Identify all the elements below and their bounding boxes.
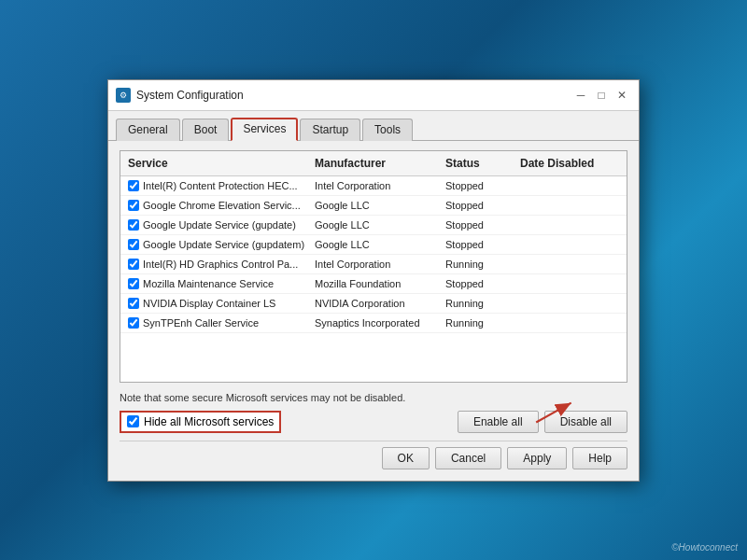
table-row[interactable]: SynTPEnh Caller ServiceSynaptics Incorpo…: [120, 314, 627, 333]
service-checkbox[interactable]: [128, 317, 139, 329]
service-name: Intel(R) Content Protection HEC...: [143, 180, 298, 191]
service-cell: Intel(R) HD Graphics Control Pa...: [124, 257, 311, 272]
date-disabled-cell: [516, 223, 623, 227]
table-header: Service Manufacturer Status Date Disable…: [120, 151, 627, 176]
col-date-disabled: Date Disabled: [516, 155, 623, 172]
bottom-row: OK Cancel Apply Help: [120, 441, 627, 471]
hide-microsoft-services-checkbox[interactable]: [127, 415, 139, 427]
table-row[interactable]: Intel(R) HD Graphics Control Pa...Intel …: [120, 255, 627, 274]
table-row[interactable]: Google Update Service (gupdate)Google LL…: [120, 216, 627, 235]
service-cell: Mozilla Maintenance Service: [124, 276, 311, 291]
title-bar-left: ⚙ System Configuration: [116, 88, 244, 103]
manufacturer-cell: Google LLC: [311, 217, 442, 232]
service-name: NVIDIA Display Container LS: [143, 298, 275, 309]
status-cell: Running: [442, 257, 516, 272]
tab-general[interactable]: General: [116, 119, 180, 141]
table-row[interactable]: Intel(R) Content Protection HEC...Intel …: [120, 176, 627, 196]
apply-button[interactable]: Apply: [507, 447, 567, 469]
table-row[interactable]: Google Chrome Elevation Servic...Google …: [120, 196, 627, 216]
service-checkbox[interactable]: [128, 200, 139, 211]
tab-services[interactable]: Services: [231, 118, 298, 141]
disable-all-button[interactable]: Disable all: [544, 411, 627, 433]
watermark: ©Howtoconnect: [671, 542, 738, 553]
date-disabled-cell: [516, 184, 623, 188]
status-cell: Stopped: [442, 237, 516, 252]
status-cell: Running: [442, 296, 516, 311]
service-cell: Google Update Service (gupdate): [124, 217, 311, 232]
manufacturer-cell: Intel Corporation: [311, 178, 442, 193]
service-name: SynTPEnh Caller Service: [143, 317, 259, 329]
tab-startup[interactable]: Startup: [300, 119, 360, 141]
hide-microsoft-services-text: Hide all Microsoft services: [144, 415, 274, 428]
col-service: Service: [124, 155, 311, 172]
table-body: Intel(R) Content Protection HEC...Intel …: [120, 176, 627, 382]
service-checkbox[interactable]: [128, 278, 139, 289]
service-checkbox[interactable]: [128, 219, 139, 231]
manufacturer-cell: Synaptics Incorporated: [311, 315, 442, 330]
service-name: Google Chrome Elevation Servic...: [143, 200, 301, 211]
service-cell: Google Chrome Elevation Servic...: [124, 198, 311, 213]
date-disabled-cell: [516, 321, 623, 325]
ok-button[interactable]: OK: [382, 447, 430, 469]
table-row[interactable]: NVIDIA Display Container LSNVIDIA Corpor…: [120, 294, 627, 314]
system-configuration-window: ⚙ System Configuration ─ □ ✕ General Boo…: [107, 79, 640, 482]
col-status: Status: [442, 155, 516, 172]
tab-boot[interactable]: Boot: [182, 119, 230, 141]
minimize-button[interactable]: ─: [571, 86, 590, 105]
service-cell: NVIDIA Display Container LS: [124, 296, 311, 311]
title-controls: ─ □ ✕: [571, 86, 631, 105]
status-cell: Stopped: [442, 178, 516, 193]
date-disabled-cell: [516, 203, 623, 207]
note-text: Note that some secure Microsoft services…: [120, 390, 627, 405]
action-buttons: Enable all Disable all: [458, 411, 627, 433]
service-cell: Google Update Service (gupdatem): [124, 237, 311, 252]
table-row[interactable]: Mozilla Maintenance ServiceMozilla Found…: [120, 274, 627, 294]
help-button[interactable]: Help: [572, 447, 627, 469]
title-bar: ⚙ System Configuration ─ □ ✕: [108, 80, 639, 111]
window-title: System Configuration: [136, 89, 244, 102]
service-checkbox[interactable]: [128, 259, 139, 270]
hide-microsoft-services-label[interactable]: Hide all Microsoft services: [120, 411, 281, 433]
window-icon: ⚙: [116, 88, 131, 103]
status-cell: Stopped: [442, 276, 516, 291]
status-cell: Stopped: [442, 198, 516, 213]
status-cell: Stopped: [442, 217, 516, 232]
service-name: Mozilla Maintenance Service: [143, 278, 274, 289]
service-checkbox[interactable]: [128, 239, 139, 250]
cancel-button[interactable]: Cancel: [435, 447, 501, 469]
tabs-bar: General Boot Services Startup Tools: [108, 111, 639, 141]
service-checkbox[interactable]: [128, 180, 139, 191]
tab-tools[interactable]: Tools: [362, 119, 413, 141]
services-table: Service Manufacturer Status Date Disable…: [120, 150, 627, 383]
status-cell: Running: [442, 315, 516, 330]
service-name: Google Update Service (gupdate): [143, 219, 296, 231]
date-disabled-cell: [516, 282, 623, 286]
date-disabled-cell: [516, 262, 623, 266]
service-name: Intel(R) HD Graphics Control Pa...: [143, 259, 298, 270]
enable-all-button[interactable]: Enable all: [458, 411, 539, 433]
manufacturer-cell: Google LLC: [311, 237, 442, 252]
content-area: Service Manufacturer Status Date Disable…: [108, 141, 639, 481]
close-button[interactable]: ✕: [613, 86, 631, 105]
service-checkbox[interactable]: [128, 298, 139, 309]
manufacturer-cell: NVIDIA Corporation: [311, 296, 442, 311]
maximize-button[interactable]: □: [592, 86, 611, 105]
manufacturer-cell: Mozilla Foundation: [311, 276, 442, 291]
date-disabled-cell: [516, 301, 623, 305]
manufacturer-cell: Intel Corporation: [311, 257, 442, 272]
col-manufacturer: Manufacturer: [311, 155, 442, 172]
action-row: Hide all Microsoft services Enable all D…: [120, 411, 627, 433]
service-cell: Intel(R) Content Protection HEC...: [124, 178, 311, 193]
service-name: Google Update Service (gupdatem): [143, 239, 304, 250]
manufacturer-cell: Google LLC: [311, 198, 442, 213]
date-disabled-cell: [516, 243, 623, 246]
table-row[interactable]: Google Update Service (gupdatem)Google L…: [120, 235, 627, 255]
service-cell: SynTPEnh Caller Service: [124, 315, 311, 330]
